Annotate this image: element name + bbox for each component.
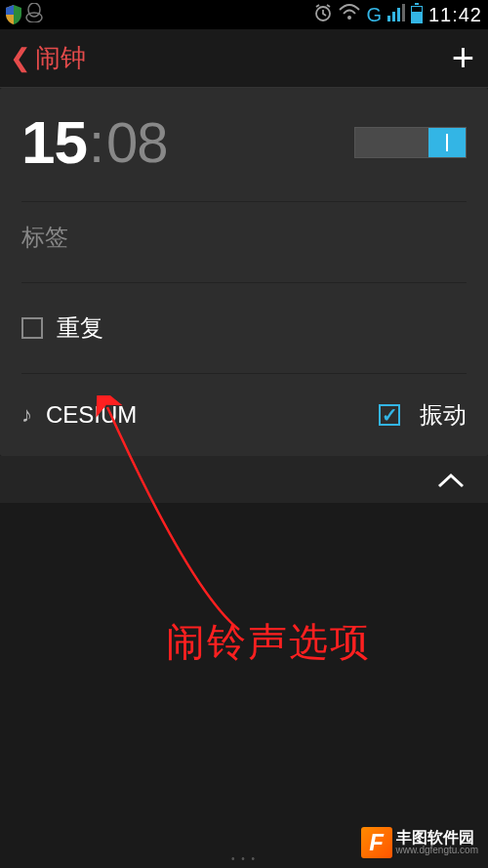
alarm-time-row[interactable]: 15 : 08 [21,107,467,202]
watermark-url: www.dgfengtu.com [396,846,479,855]
toggle-on-side [428,128,466,157]
svg-rect-4 [387,16,390,21]
svg-rect-5 [392,12,395,21]
repeat-row[interactable]: 重复 [21,283,467,374]
svg-rect-7 [402,4,405,21]
network-type: G [366,4,382,26]
toggle-handle-icon [446,134,449,151]
repeat-checkbox[interactable] [21,317,43,339]
back-icon[interactable]: ❮ [10,43,31,73]
signal-icon [387,4,405,26]
annotation-text: 闹铃声选项 [166,615,371,669]
svg-point-0 [28,3,40,17]
alarm-enabled-toggle[interactable] [354,127,467,158]
watermark: F 丰图软件园 www.dgfengtu.com [361,827,479,858]
status-bar: G 11:42 [0,0,488,29]
chevron-up-icon [437,465,465,495]
app-header: ❮ 闹钟 + [0,29,488,88]
status-time: 11:42 [428,4,482,26]
status-left [6,3,43,27]
alarm-toggle-wrap [354,127,467,158]
wifi-icon [339,4,360,26]
collapse-row[interactable] [0,456,488,503]
music-note-icon: ♪ [21,402,32,428]
watermark-logo: F [361,827,392,858]
drag-indicator-icon: • • • [231,853,257,864]
status-right: G 11:42 [313,3,482,27]
svg-rect-6 [397,8,400,21]
page-title[interactable]: 闹钟 [35,41,86,75]
svg-point-3 [347,16,351,20]
svg-point-1 [26,13,42,22]
battery-icon [411,6,423,23]
alarm-label-input[interactable]: 标签 [21,202,467,283]
vibrate-label: 振动 [420,399,467,431]
alarm-minute: 08 [106,109,168,175]
alarm-icon [313,3,333,27]
toggle-off-side [355,128,428,157]
watermark-text: 丰图软件园 www.dgfengtu.com [396,830,479,855]
ringtone-button[interactable]: CESIUM [46,401,365,429]
ringtone-row: ♪ CESIUM 振动 [21,374,467,456]
alarm-edit-panel: 15 : 08 标签 重复 ♪ CESIUM 振动 [0,88,488,456]
qq-icon [25,3,43,27]
alarm-hour: 15 [21,107,87,177]
vibrate-checkbox[interactable] [379,404,400,426]
repeat-label: 重复 [57,312,103,344]
time-colon: : [89,109,104,175]
security-shield-icon [6,5,21,24]
add-alarm-button[interactable]: + [452,36,478,80]
watermark-name: 丰图软件园 [396,830,479,846]
